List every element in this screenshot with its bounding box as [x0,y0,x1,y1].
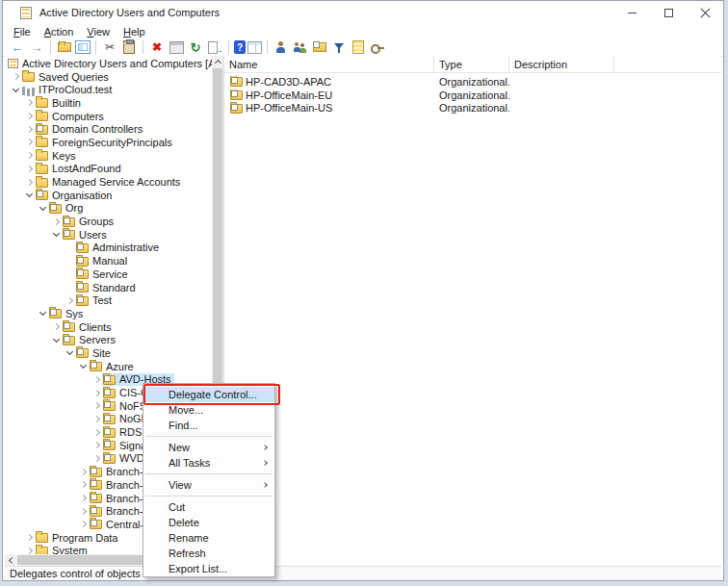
expander-chevron-icon[interactable] [38,307,48,320]
tree-item[interactable]: Organisation [24,189,213,202]
tree-item[interactable]: Service [65,268,213,281]
set-password-button[interactable] [369,39,386,55]
expander-chevron-icon[interactable] [78,504,89,518]
menu-help[interactable]: Help [117,26,152,38]
tree-item[interactable]: Keys [24,149,213,163]
policy-page-button[interactable] [350,39,367,55]
menu-item-rename[interactable]: Rename [143,530,274,546]
close-button[interactable] [687,1,723,24]
scroll-left-arrow-icon[interactable] [5,554,16,566]
tree-item[interactable]: Manual [65,254,213,268]
delete-button[interactable] [148,39,166,55]
expander-chevron-icon[interactable] [24,189,35,202]
expander-chevron-icon[interactable] [11,83,21,96]
expander-chevron-icon[interactable] [91,386,102,399]
paste-button[interactable] [120,39,138,55]
expander-chevron-icon[interactable] [51,215,62,228]
expander-chevron-icon[interactable] [24,110,35,123]
expander-chevron-icon[interactable] [51,320,62,334]
menu-item-delete[interactable]: Delete [143,515,274,530]
expander-chevron-icon[interactable] [91,452,102,466]
menu-item-cut[interactable]: Cut [143,499,274,515]
tree-item[interactable]: Test [65,293,213,307]
expander-chevron-icon[interactable] [78,518,89,531]
list-item[interactable]: HP-OfficeMain-US Organizational... [224,101,721,115]
help-button[interactable] [234,40,246,54]
new-group-button[interactable] [292,39,309,55]
expander-chevron-icon[interactable] [78,360,89,373]
expander-chevron-icon[interactable] [91,373,102,387]
filter-button[interactable] [330,39,348,55]
new-ou-button[interactable] [311,39,328,55]
refresh-button[interactable] [187,39,204,55]
menu-item-refresh[interactable]: Refresh [143,546,274,561]
menu-action[interactable]: Action [38,26,81,38]
tree-item[interactable]: Clients [51,320,213,334]
expander-chevron-icon[interactable] [24,531,35,545]
tree-item[interactable]: Managed Service Accounts [24,175,213,189]
menu-item-view[interactable]: View [143,477,274,493]
tree-item[interactable]: Azure [78,360,213,373]
expander-chevron-icon[interactable] [65,293,75,307]
tree-item[interactable]: Servers [51,333,213,346]
tree-item[interactable]: Groups [51,215,213,228]
menu-file[interactable]: File [7,26,38,38]
tree-item[interactable]: Active Directory Users and Computers [AD… [7,57,213,70]
expander-chevron-icon[interactable] [51,333,62,346]
scroll-up-arrow-icon[interactable] [212,56,223,67]
tree-item[interactable]: Standard [65,281,213,294]
menu-item-find[interactable]: Find... [143,418,274,433]
export-list-button[interactable] [206,39,223,55]
tree-item[interactable]: Org [38,202,213,216]
properties-button[interactable] [168,39,185,55]
tree-item-label: Program Data [51,532,117,544]
menu-item-new[interactable]: New [143,440,274,455]
column-header[interactable]: Type [434,56,509,72]
tree-item[interactable]: ForeignSecurityPrincipals [24,136,213,149]
menu-item-all-tasks[interactable]: All Tasks [143,455,274,471]
cut-button[interactable] [101,39,118,55]
list-item[interactable]: HP-CAD3D-APAC Organizational... [224,75,721,89]
expander-chevron-icon[interactable] [24,122,35,136]
minimize-button[interactable] [613,1,650,24]
menu-view[interactable]: View [80,26,117,38]
column-header[interactable]: Name [224,56,434,72]
tree-item[interactable]: Saved Queries [11,70,213,84]
tree-item[interactable]: Builtin [24,96,213,110]
expander-chevron-icon[interactable] [24,136,35,149]
tree-item[interactable]: ITProCloud.test [11,83,213,96]
expander-chevron-icon[interactable] [24,175,35,189]
back-button[interactable] [9,39,26,55]
tree-item[interactable]: Sys [38,307,213,320]
tree-item[interactable]: Computers [24,110,213,123]
expander-chevron-icon[interactable] [91,413,102,426]
view-table-button[interactable] [247,41,262,54]
expander-chevron-icon[interactable] [65,346,75,360]
forward-button[interactable] [28,39,45,55]
expander-chevron-icon[interactable] [91,425,102,439]
list-item[interactable]: HP-OfficeMain-EU Organizational... [224,89,721,102]
up-one-level-button[interactable] [56,39,73,55]
expander-chevron-icon[interactable] [91,439,102,452]
expander-chevron-icon[interactable] [78,465,89,478]
expander-chevron-icon[interactable] [51,228,62,242]
column-header[interactable] [614,56,721,72]
expander-chevron-icon[interactable] [78,478,89,492]
maximize-button[interactable] [650,1,687,24]
expander-chevron-icon[interactable] [24,149,35,163]
expander-chevron-icon[interactable] [11,70,21,84]
tree-item[interactable]: Administrative [65,242,213,255]
expander-chevron-icon[interactable] [24,163,35,176]
new-user-button[interactable] [273,39,290,55]
expander-chevron-icon[interactable] [24,96,35,110]
expander-chevron-icon[interactable] [78,492,89,505]
show-console-tree-toggle[interactable] [75,40,91,54]
tree-item[interactable]: Domain Controllers [24,122,213,136]
tree-item[interactable]: Users [51,228,213,242]
tree-item[interactable]: Site [65,346,213,360]
menu-item-export-list[interactable]: Export List... [143,561,274,576]
tree-item[interactable]: LostAndFound [24,163,213,176]
expander-chevron-icon[interactable] [91,399,102,413]
expander-chevron-icon[interactable] [38,202,48,216]
column-header[interactable]: Description [509,56,614,72]
